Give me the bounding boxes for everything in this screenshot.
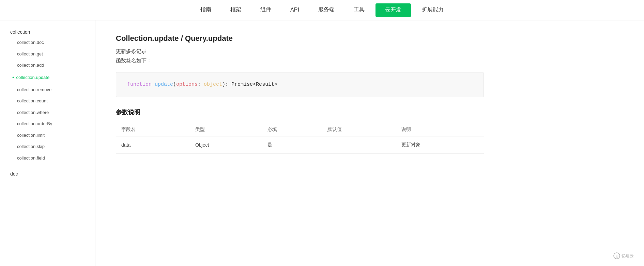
code-paramtype: object (201, 82, 222, 87)
sidebar-item-collection-skip[interactable]: collection.skip (0, 141, 95, 152)
nav-item-extend[interactable]: 扩展能力 (412, 0, 453, 20)
sidebar-section-collection: collection (0, 27, 95, 37)
sidebar-item-collection-field[interactable]: collection.field (0, 152, 95, 164)
table-header-field: 字段名 (116, 123, 190, 136)
table-cell-default (322, 136, 396, 154)
params-section-title: 参数说明 (116, 108, 484, 116)
nav-item-guide[interactable]: 指南 (191, 0, 221, 20)
sidebar-item-collection-orderby[interactable]: collection.orderBy (0, 118, 95, 130)
code-param: options (176, 82, 198, 87)
sidebar-item-collection-doc[interactable]: collection.doc (0, 37, 95, 48)
table-cell-field: data (116, 136, 190, 154)
table-header-type: 类型 (190, 123, 262, 136)
logo-icon: 云 (613, 252, 620, 259)
sidebar-item-collection-count[interactable]: collection.count (0, 95, 95, 107)
sidebar-item-collection-remove[interactable]: collection.remove (0, 84, 95, 96)
footer-logo: 云 亿速云 (613, 252, 634, 259)
table-cell-desc: 更新对象 (396, 136, 484, 154)
nav-item-cloud[interactable]: 云开发 (375, 3, 411, 17)
table-header-desc: 说明 (396, 123, 484, 136)
sidebar-item-collection-update[interactable]: collection.update (0, 71, 95, 84)
svg-text:云: 云 (615, 255, 618, 258)
table-cell-type: Object (190, 136, 262, 154)
params-table: 字段名 类型 必填 默认值 说明 data Object 是 更新对象 (116, 123, 484, 154)
sidebar-item-collection-get[interactable]: collection.get (0, 48, 95, 60)
code-funcname: update (152, 82, 173, 87)
nav-item-components[interactable]: 组件 (251, 0, 281, 20)
table-header-required: 必填 (262, 123, 322, 136)
sidebar-section-doc: doc (0, 169, 95, 179)
sidebar: collection collection.doc collection.get… (0, 20, 95, 266)
table-row: data Object 是 更新对象 (116, 136, 484, 154)
table-cell-required: 是 (262, 136, 322, 154)
page-title: Collection.update / Query.update (116, 34, 484, 43)
nav-item-tools[interactable]: 工具 (344, 0, 374, 20)
sidebar-item-collection-limit[interactable]: collection.limit (0, 130, 95, 141)
top-nav: 指南 框架 组件 API 服务端 工具 云开发 扩展能力 (0, 0, 644, 20)
sidebar-item-collection-add[interactable]: collection.add (0, 60, 95, 71)
code-keyword: function (127, 82, 152, 87)
code-block: function update(options: object): Promis… (116, 72, 484, 97)
page-desc: 函数签名如下： (116, 57, 484, 64)
page-subtitle: 更新多条记录 (116, 48, 484, 55)
footer-logo-text: 亿速云 (622, 253, 634, 259)
nav-item-server[interactable]: 服务端 (309, 0, 344, 20)
main-layout: collection collection.doc collection.get… (0, 20, 644, 266)
nav-item-api[interactable]: API (281, 0, 309, 20)
sidebar-item-collection-where[interactable]: collection.where (0, 107, 95, 118)
main-content: Collection.update / Query.update 更新多条记录 … (95, 20, 504, 266)
code-returntype: Promise<Result> (228, 82, 277, 87)
nav-item-framework[interactable]: 框架 (221, 0, 251, 20)
table-header-default: 默认值 (322, 123, 396, 136)
